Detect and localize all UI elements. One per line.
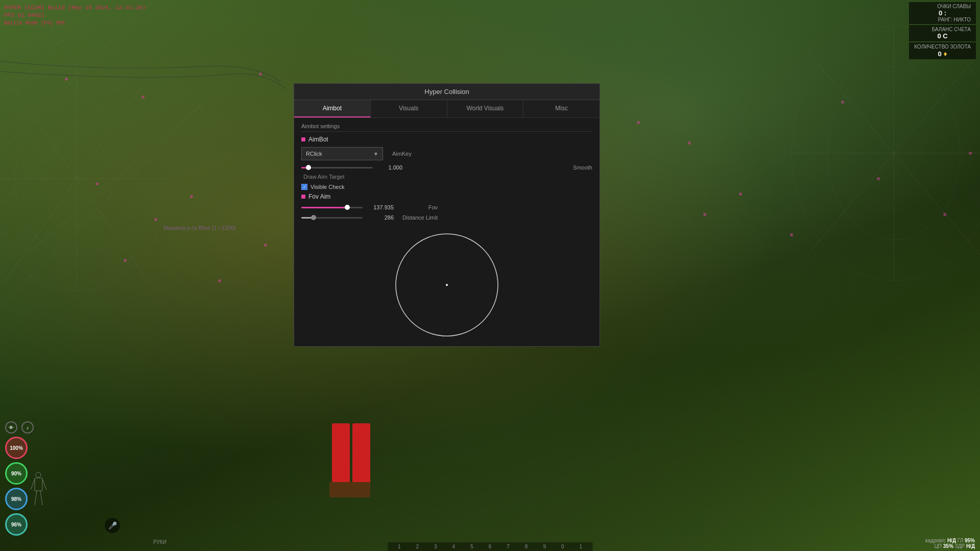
fov-slider-thumb (345, 205, 350, 210)
eye-icon[interactable]: 👁 (5, 421, 17, 434)
svg-rect-42 (35, 478, 42, 491)
fov-label: Fov (397, 204, 438, 210)
player-figure (30, 472, 47, 510)
rank-label: РАНГ: НИКТО (914, 17, 971, 22)
svg-point-48 (446, 284, 448, 286)
smooth-slider-track[interactable] (301, 167, 373, 169)
svg-line-44 (42, 479, 46, 490)
fps-counter: FPS 61.04021 (4, 12, 146, 19)
bottom-number-bar: 1 2 3 4 5 6 7 8 9 0 1 (388, 542, 592, 551)
rclick-dropdown[interactable]: RClick ▼ (301, 147, 383, 160)
fov-aim-indicator (301, 195, 305, 199)
energy-stat: 96% (5, 513, 34, 536)
dialog-body: Aimbot settings AimBot RClick ▼ AimKey 1… (294, 118, 600, 346)
audio-icon[interactable]: ♪ (21, 421, 34, 434)
score-value: 0 : (914, 9, 971, 17)
tab-visuals[interactable]: Visuals (371, 100, 447, 117)
dp-right: ЦП 35% ЗДР Н/Д (925, 543, 975, 549)
fov-slider-track[interactable] (301, 207, 363, 208)
mic-icon[interactable]: 🎤 (105, 518, 120, 533)
gold-value: 0 ♦ (914, 50, 971, 58)
hud-top-left: HYPER [SCUM] Build (May 15 2024, 12:31:2… (4, 4, 146, 27)
dropdown-row: RClick ▼ AimKey (301, 147, 592, 160)
svg-line-45 (35, 491, 37, 505)
character-legs (322, 423, 383, 551)
section-header: Aimbot settings (301, 123, 592, 132)
hydration-circle: 98% (5, 488, 28, 510)
svg-line-46 (40, 491, 42, 505)
hud-icons-row: 👁 ♪ (5, 421, 34, 434)
fov-circle-container (301, 229, 592, 341)
ruki-label: РУКИ (153, 539, 166, 545)
battle-mode: Battle Mode [F4] OFF (4, 20, 146, 27)
balance-value: 0 С (914, 32, 971, 40)
health-stat: 100% (5, 437, 34, 459)
dialog: Hyper Collision Aimbot Visuals World Vis… (294, 83, 600, 347)
fov-slider-fill (301, 207, 347, 208)
draw-aim-target[interactable]: Draw Aim Target (303, 174, 592, 180)
dialog-title-bar: Hyper Collision (294, 84, 600, 100)
distance-slider-track[interactable] (301, 217, 363, 219)
gold-label: КОЛИЧЕСТВО ЗОЛОТА (914, 44, 971, 50)
game-title: HYPER [SCUM] Build (May 15 2024, 12:31:2… (4, 4, 146, 12)
svg-rect-39 (329, 482, 350, 497)
smooth-slider-row: 1.000 Smooth (301, 164, 592, 171)
dialog-tabs: Aimbot Visuals World Visuals Misc (294, 100, 600, 118)
hud-bottom-right: кадров/с Н/Д ГЛ 95% ЦП 35% ЗДР Н/Д (925, 538, 975, 549)
fov-value: 137.935 (366, 204, 394, 210)
distance-slider-thumb (311, 215, 316, 220)
dialog-title: Hyper Collision (424, 88, 469, 95)
balance-label: БАЛАНС СЧЕТА (914, 27, 971, 32)
gold-icon: ♦ (943, 50, 947, 58)
visible-check-checkbox[interactable]: ✓ (301, 184, 307, 190)
tab-misc[interactable]: Misc (523, 100, 600, 117)
dropdown-arrow-icon: ▼ (373, 151, 378, 157)
smooth-label: Smooth (573, 164, 592, 171)
aimkey-label: AimKey (392, 151, 412, 157)
fov-circle-svg (391, 229, 503, 341)
distance-label: Distance Limit (397, 214, 438, 221)
hud-top-right: ОЧКИ СЛАВЫ 0 : РАНГ: НИКТО БАЛАНС СЧЕТА … (905, 0, 980, 61)
score-label: ОЧКИ СЛАВЫ (914, 4, 971, 9)
svg-rect-37 (332, 423, 350, 485)
fps-right: кадров/с Н/Д ГЛ 95% (925, 538, 975, 543)
svg-rect-40 (350, 482, 370, 497)
fov-aim-subsection-label: Fov Aim (301, 193, 592, 200)
aimbot-indicator (301, 137, 305, 141)
svg-point-41 (36, 472, 41, 477)
aimbot-subsection-label: AimBot (301, 136, 592, 143)
energy-circle: 96% (5, 513, 28, 536)
stamina-circle: 90% (5, 462, 28, 485)
smooth-slider-thumb (306, 165, 311, 170)
svg-rect-38 (352, 423, 370, 485)
visible-check-row: ✓ Visible Check (301, 184, 592, 190)
visible-check-label: Visible Check (310, 184, 344, 190)
smooth-value: 1.000 (377, 164, 402, 171)
svg-line-43 (31, 479, 35, 490)
distance-slider-row: 286 Distance Limit (301, 214, 592, 221)
fov-slider-row: 137.935 Fov (301, 204, 592, 210)
tab-world-visuals[interactable]: World Visuals (447, 100, 524, 117)
distance-value: 286 (366, 214, 394, 221)
tab-aimbot[interactable]: Aimbot (294, 100, 371, 117)
health-circle: 100% (5, 437, 28, 459)
